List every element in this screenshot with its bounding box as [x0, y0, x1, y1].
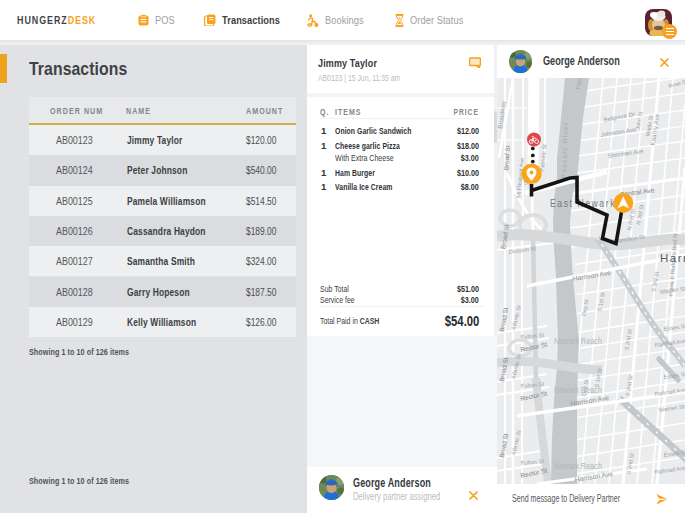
svg-text:Newark Reach: Newark Reach	[554, 336, 602, 346]
svg-text:Harr: Harr	[660, 252, 685, 264]
svg-text:Newark Reach: Newark Reach	[554, 461, 602, 471]
